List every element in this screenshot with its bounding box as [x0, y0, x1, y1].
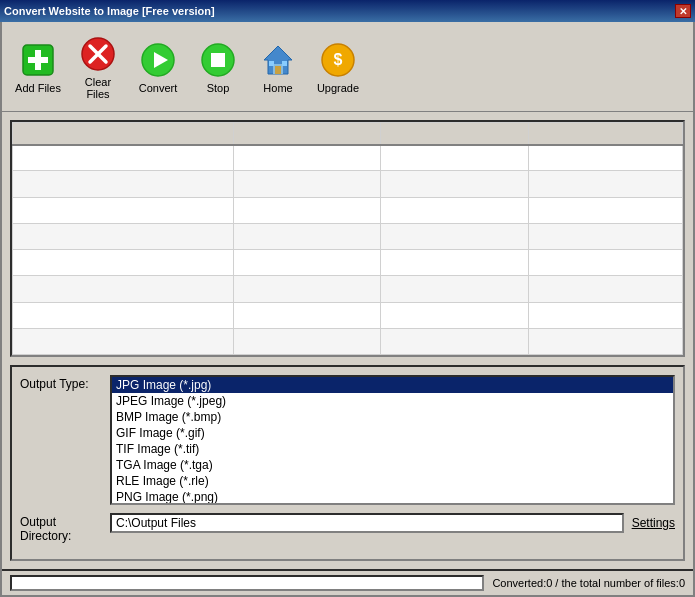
- add-files-icon: [18, 40, 58, 80]
- table-row: [13, 171, 683, 197]
- convert-icon: [138, 40, 178, 80]
- content-area: Output Type: JPG Image (*.jpg) JPEG Imag…: [2, 112, 693, 569]
- stop-icon: [198, 40, 238, 80]
- clear-files-icon: [78, 34, 118, 74]
- format-listbox[interactable]: JPG Image (*.jpg) JPEG Image (*.jpeg) BM…: [110, 375, 675, 505]
- progress-bar: [10, 575, 484, 591]
- list-item[interactable]: JPG Image (*.jpg): [112, 377, 673, 393]
- status-bar: Converted:0 / the total number of files:…: [2, 569, 693, 595]
- close-button[interactable]: ✕: [675, 4, 691, 18]
- col-header-3: [381, 123, 528, 145]
- clear-files-button[interactable]: Clear Files: [70, 29, 126, 105]
- table-row: [13, 223, 683, 249]
- settings-link[interactable]: Settings: [632, 516, 675, 530]
- convert-button[interactable]: Convert: [130, 35, 186, 99]
- list-item[interactable]: TIF Image (*.tif): [112, 441, 673, 457]
- directory-row-content: Settings: [110, 513, 675, 533]
- table-row: [13, 276, 683, 302]
- table-row: [13, 302, 683, 328]
- format-listbox-container: JPG Image (*.jpg) JPEG Image (*.jpeg) BM…: [110, 375, 675, 505]
- list-item[interactable]: BMP Image (*.bmp): [112, 409, 673, 425]
- svg-rect-9: [211, 53, 225, 67]
- output-directory-row: Output Directory: Settings: [20, 513, 675, 543]
- title-bar: Convert Website to Image [Free version] …: [0, 0, 695, 22]
- file-table-container: [10, 120, 685, 357]
- table-row: [13, 145, 683, 171]
- upgrade-label: Upgrade: [317, 82, 359, 94]
- table-row: [13, 197, 683, 223]
- col-header-4: [528, 123, 682, 145]
- table-row: [13, 250, 683, 276]
- add-files-button[interactable]: Add Files: [10, 35, 66, 99]
- list-item[interactable]: RLE Image (*.rle): [112, 473, 673, 489]
- output-directory-input[interactable]: [110, 513, 624, 533]
- list-item[interactable]: PNG Image (*.png): [112, 489, 673, 505]
- toolbar: Add Files Clear Files Convert: [2, 22, 693, 112]
- window-title: Convert Website to Image [Free version]: [4, 5, 215, 17]
- file-table: [12, 122, 683, 355]
- status-text: Converted:0 / the total number of files:…: [492, 577, 685, 589]
- col-header-1: [13, 123, 234, 145]
- output-type-label: Output Type:: [20, 375, 110, 391]
- options-panel: Output Type: JPG Image (*.jpg) JPEG Imag…: [10, 365, 685, 561]
- upgrade-button[interactable]: $ Upgrade: [310, 35, 366, 99]
- convert-label: Convert: [139, 82, 178, 94]
- col-header-2: [234, 123, 381, 145]
- stop-button[interactable]: Stop: [190, 35, 246, 99]
- output-type-row: Output Type: JPG Image (*.jpg) JPEG Imag…: [20, 375, 675, 505]
- table-row: [13, 328, 683, 354]
- add-files-label: Add Files: [15, 82, 61, 94]
- home-label: Home: [263, 82, 292, 94]
- output-directory-label: Output Directory:: [20, 513, 110, 543]
- list-item[interactable]: JPEG Image (*.jpeg): [112, 393, 673, 409]
- stop-label: Stop: [207, 82, 230, 94]
- list-item[interactable]: GIF Image (*.gif): [112, 425, 673, 441]
- clear-files-label: Clear Files: [75, 76, 121, 100]
- svg-rect-14: [282, 61, 287, 66]
- main-window: Add Files Clear Files Convert: [0, 22, 695, 597]
- svg-rect-13: [269, 61, 274, 66]
- svg-text:$: $: [334, 51, 343, 68]
- list-item[interactable]: TGA Image (*.tga): [112, 457, 673, 473]
- home-button[interactable]: Home: [250, 35, 306, 99]
- home-icon: [258, 40, 298, 80]
- svg-rect-12: [275, 66, 281, 74]
- svg-rect-2: [28, 57, 48, 63]
- upgrade-icon: $: [318, 40, 358, 80]
